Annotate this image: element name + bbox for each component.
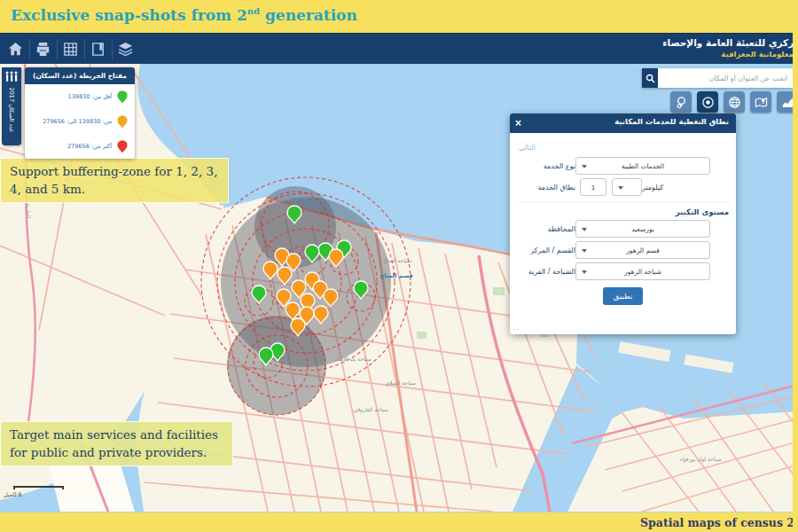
footer-credit-text: Spatial maps of census 2 [640, 516, 794, 529]
map-legend-panel: مفتاح الخريطة (عدد السكان) أقل من: 13983… [25, 67, 135, 159]
service-type-row: نوع الخدمة الخدمات الطبية [517, 157, 729, 175]
apply-button[interactable]: تطبيق [603, 287, 644, 305]
map-text-label: قسم المناخ [379, 272, 412, 279]
search-button[interactable] [642, 68, 658, 88]
next-link[interactable]: التالي [519, 144, 536, 152]
sheyakha-value: شياخه الزهور [624, 268, 661, 276]
app-window: طريق 23 ديسمبرالطريق الدائريسباحة المناخ… [0, 0, 798, 532]
identify-tool-button[interactable] [670, 91, 692, 113]
top-banner: Exclusive snap-shots from 2nd generation [0, 0, 798, 33]
governorate-value: بورسعيد [631, 225, 654, 233]
nav-separator [84, 39, 85, 59]
home-icon[interactable] [7, 41, 24, 58]
basemap-globe-tool-button[interactable] [724, 91, 745, 113]
agency-title: الجهاز المركزي للتعبئة العامة والإحصاء ب… [662, 36, 798, 59]
close-icon[interactable]: × [515, 115, 521, 131]
map-pin-icon [755, 96, 768, 109]
district-row: القسم / المركز قسم الزهور [517, 241, 729, 259]
sheyakha-select[interactable]: شياخه الزهور [575, 262, 710, 280]
nav-separator [29, 39, 30, 59]
chevron-down-icon [582, 228, 587, 231]
orange-pin-icon [117, 115, 128, 129]
green-pin-icon [117, 90, 128, 104]
globe-icon [728, 96, 741, 109]
page-title: Exclusive snap-shots from 2nd generation [11, 6, 357, 24]
district-value: قسم الزهور [626, 246, 660, 254]
chevron-down-icon [582, 249, 587, 253]
main-navbar: الجهاز المركزي للتعبئة العامة والإحصاء ب… [0, 33, 798, 64]
legend-title: مفتاح الخريطة (عدد السكان) [25, 67, 135, 84]
attribute-table-icon[interactable] [62, 41, 79, 58]
locate-on-map-tool-button[interactable] [750, 91, 771, 113]
service-range-row: نطاق الخدمة كيلومتر [517, 178, 729, 196]
resize-handle[interactable]: .. [513, 324, 520, 332]
coverage-dialog-title: نطاق التغطية للخدمات المكانية [614, 117, 729, 126]
legend-item-orange: من: 139830 الى: 279656 [25, 109, 135, 134]
chevron-down-icon [582, 165, 587, 168]
service-type-select[interactable]: الخدمات الطبية [575, 157, 710, 175]
coverage-dialog-header: نطاق التغطية للخدمات المكانية × [510, 113, 736, 133]
sheyakha-label: الشياخة / القرية [517, 268, 575, 276]
right-yellow-strip [793, 0, 798, 532]
population-layer-tab[interactable]: عدد السكان 2017 [2, 67, 21, 145]
zoom-level-section-title: مستوى التكبير [517, 202, 729, 216]
red-pin-icon [117, 140, 128, 153]
coverage-dialog-body: التالي نوع الخدمة الخدمات الطبية نطاق ال… [510, 133, 736, 309]
governorate-label: المحافظة [517, 225, 575, 233]
range-unit-label: كيلومتر [642, 184, 663, 192]
legend-item-green: أقل من: 139830 [25, 84, 135, 109]
buffer-annotation-note: Support buffering-zone for 1, 2, 3, 4, a… [0, 158, 229, 203]
governorate-row: المحافظة بورسعيد [517, 220, 729, 238]
legend-item-red: أكبر من: 279656 [25, 134, 135, 159]
service-type-value: الخدمات الطبية [622, 162, 664, 170]
layers-icon[interactable] [117, 41, 134, 58]
district-select[interactable]: قسم الزهور [575, 241, 710, 259]
service-range-label: نطاق الخدمة [517, 184, 575, 192]
print-icon[interactable] [35, 41, 51, 58]
service-type-label: نوع الخدمة [517, 162, 575, 170]
map-text-label: سباحة لوك بورفؤاد [679, 456, 721, 463]
bookmarks-icon[interactable] [90, 41, 106, 58]
map-text-label: سباحة السلام [386, 379, 416, 387]
population-tab-label: عدد السكان 2017 [8, 76, 15, 144]
target-annotation-note: Target main services and facilities for … [0, 421, 233, 466]
buffer-target-icon [701, 96, 715, 109]
search-bar [642, 68, 793, 88]
buffer-target-tool-button[interactable] [697, 91, 718, 113]
map-text-label: سباحة الفاروقي [353, 406, 388, 413]
coverage-dialog: نطاق التغطية للخدمات المكانية × التالي ن… [510, 113, 736, 334]
search-input[interactable] [658, 68, 793, 88]
range-unit-select[interactable] [612, 178, 642, 196]
scale-label: 0.6ميل [4, 491, 22, 498]
nav-separator [57, 39, 58, 59]
scale-line [13, 486, 64, 489]
map-text-label: سباحة بلد الإسك [334, 356, 371, 363]
map-text-label: سباحة المناخ [383, 257, 411, 264]
chevron-down-icon [582, 270, 587, 274]
governorate-select[interactable]: بورسعيد [575, 220, 710, 238]
identify-tool-icon [675, 96, 688, 109]
footer-banner: Spatial maps of census 2 [0, 512, 798, 532]
district-label: القسم / المركز [517, 246, 575, 254]
nav-separator [112, 39, 113, 59]
map-toolbar [670, 91, 798, 113]
chevron-down-icon [618, 186, 623, 190]
search-icon [645, 74, 655, 83]
sheyakha-row: الشياخة / القرية شياخه الزهور [517, 262, 729, 280]
range-value-input[interactable] [580, 178, 606, 196]
